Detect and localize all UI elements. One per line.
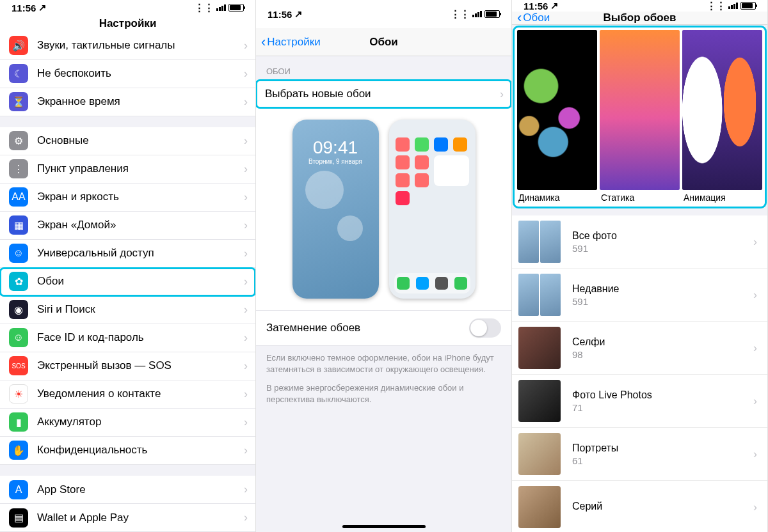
settings-row[interactable]: ▦Экран «Домой»›: [0, 212, 255, 240]
album-name: Серий: [572, 501, 753, 512]
lockscreen-preview[interactable]: 09:41 Вторник, 9 января: [292, 120, 379, 299]
album-name: Селфи: [572, 336, 753, 348]
row-icon: ⋮: [9, 159, 28, 178]
row-label: Звуки, тактильные сигналы: [37, 39, 244, 52]
tile-dynamic[interactable]: Динамика: [517, 30, 597, 204]
settings-row[interactable]: AAЭкран и яркость›: [0, 184, 255, 212]
battery-icon: [740, 2, 756, 10]
album-thumb: [518, 274, 561, 316]
album-row[interactable]: Портреты61›: [512, 428, 767, 481]
settings-row[interactable]: ☾Не беспокоить›: [0, 60, 255, 88]
album-name: Фото Live Photos: [572, 389, 753, 401]
settings-row[interactable]: ☺Универсальный доступ›: [0, 240, 255, 268]
status-time: 11:56: [524, 1, 548, 12]
signal-icon: ⋮⋮: [707, 0, 726, 12]
chevron-right-icon: ›: [753, 501, 757, 514]
preview-date: Вторник, 9 января: [292, 158, 379, 165]
chevron-right-icon: ›: [244, 444, 255, 457]
album-count: 98: [572, 349, 753, 360]
settings-row[interactable]: ✿Обои›: [0, 268, 255, 296]
settings-row[interactable]: ▮Аккумулятор›: [0, 409, 255, 437]
row-label: Универсальный доступ: [37, 247, 244, 260]
album-row[interactable]: Серий›: [512, 481, 767, 532]
settings-row[interactable]: ◉Siri и Поиск›: [0, 296, 255, 324]
back-button[interactable]: ‹ Настройки: [261, 28, 321, 56]
status-bar: 11:56 ↗ ⋮⋮: [512, 0, 767, 12]
homescreen-preview[interactable]: [389, 120, 476, 299]
row-label: Уведомления о контакте: [37, 387, 244, 400]
page-title: Выбор обоев: [604, 12, 676, 24]
album-row[interactable]: Все фото591›: [512, 215, 767, 269]
album-row[interactable]: Фото Live Photos71›: [512, 375, 767, 428]
screen-wallpaper: 11:56 ↗ ⋮⋮ ‹ Настройки Обои ОБОИ Выбрать…: [256, 0, 512, 532]
chevron-right-icon: ›: [753, 341, 757, 355]
album-row[interactable]: Недавние591›: [512, 269, 767, 322]
screen-settings: 11:56 ↗ ⋮⋮ Настройки 🔊Звуки, тактильные …: [0, 0, 256, 532]
back-label: Обои: [523, 12, 550, 24]
settings-row[interactable]: ⚙Основные›: [0, 127, 255, 155]
row-label: Экстренный вызов — SOS: [37, 359, 244, 372]
screen-wallpaper-picker: 11:56 ↗ ⋮⋮ ‹ Обои Выбор обоев Динамика С…: [512, 0, 768, 532]
settings-row[interactable]: SOSЭкстренный вызов — SOS›: [0, 352, 255, 380]
settings-row[interactable]: AApp Store›: [0, 476, 255, 504]
wallpaper-categories: Динамика Статика Анимация: [515, 27, 765, 207]
row-label: Обои: [37, 275, 244, 288]
row-icon: ✿: [9, 272, 28, 291]
settings-row[interactable]: ⏳Экранное время›: [0, 88, 255, 116]
album-count: 591: [572, 296, 753, 307]
tile-still[interactable]: Статика: [600, 30, 680, 204]
tile-live[interactable]: Анимация: [682, 30, 762, 204]
album-row[interactable]: Селфи98›: [512, 322, 767, 375]
chevron-right-icon: ›: [244, 95, 255, 109]
preview-clock: 09:41: [292, 137, 379, 158]
album-name: Недавние: [572, 283, 753, 295]
nav-header: Настройки: [0, 16, 255, 32]
chevron-right-icon: ›: [244, 275, 255, 288]
nav-header: ‹ Обои Выбор обоев: [512, 12, 767, 25]
row-label: Пункт управления: [37, 162, 244, 175]
chevron-right-icon: ›: [244, 162, 255, 176]
wallpaper-previews: 09:41 Вторник, 9 января: [256, 108, 511, 310]
cell-bars-icon: [216, 4, 226, 11]
row-label: App Store: [37, 483, 244, 496]
nav-header: ‹ Настройки Обои: [256, 28, 511, 56]
row-icon: ✋: [9, 441, 28, 460]
location-icon: ↗: [294, 8, 303, 20]
chevron-right-icon: ›: [244, 247, 255, 260]
settings-row[interactable]: 🔊Звуки, тактильные сигналы›: [0, 32, 255, 60]
settings-row[interactable]: ⋮Пункт управления›: [0, 155, 255, 184]
settings-row[interactable]: ✋Конфиденциальность›: [0, 437, 255, 465]
row-choose-wallpaper[interactable]: Выбрать новые обои ›: [256, 80, 511, 108]
signal-icon: ⋮⋮: [451, 8, 470, 20]
footer-note-2: В режиме энергосбережения динамические о…: [256, 381, 511, 411]
chevron-right-icon: ›: [244, 331, 255, 345]
chevron-right-icon: ›: [753, 395, 757, 408]
chevron-right-icon: ›: [244, 191, 255, 204]
cell-bars-icon: [728, 3, 738, 9]
album-thumb: [518, 221, 561, 263]
chevron-right-icon: ›: [244, 67, 255, 81]
chevron-left-icon: ‹: [261, 35, 266, 49]
chevron-right-icon: ›: [244, 483, 255, 496]
chevron-right-icon: ›: [244, 511, 255, 524]
settings-group-1: 🔊Звуки, тактильные сигналы›☾Не беспокоит…: [0, 32, 255, 116]
dim-toggle[interactable]: [469, 318, 501, 338]
row-icon: ☾: [9, 64, 28, 83]
row-label: Выбрать новые обои: [265, 88, 500, 100]
row-label: Экранное время: [37, 95, 244, 108]
footer-note-1: Если включено темное оформление, обои на…: [256, 346, 511, 381]
row-label: Аккумулятор: [37, 416, 244, 428]
back-button[interactable]: ‹ Обои: [517, 12, 550, 24]
row-icon: ▮: [9, 412, 28, 432]
row-label: Экран «Домой»: [37, 219, 244, 231]
settings-row[interactable]: ☀Уведомления о контакте›: [0, 380, 255, 409]
row-label: Экран и яркость: [37, 191, 244, 203]
status-time: 11:56: [268, 9, 292, 20]
album-thumb: [518, 433, 561, 475]
album-count: 61: [572, 455, 753, 466]
row-icon: AA: [9, 187, 28, 207]
chevron-right-icon: ›: [244, 219, 255, 232]
home-indicator: [342, 525, 426, 528]
settings-row[interactable]: ☺Face ID и код-пароль›: [0, 324, 255, 352]
settings-row[interactable]: ▤Wallet и Apple Pay›: [0, 504, 255, 532]
